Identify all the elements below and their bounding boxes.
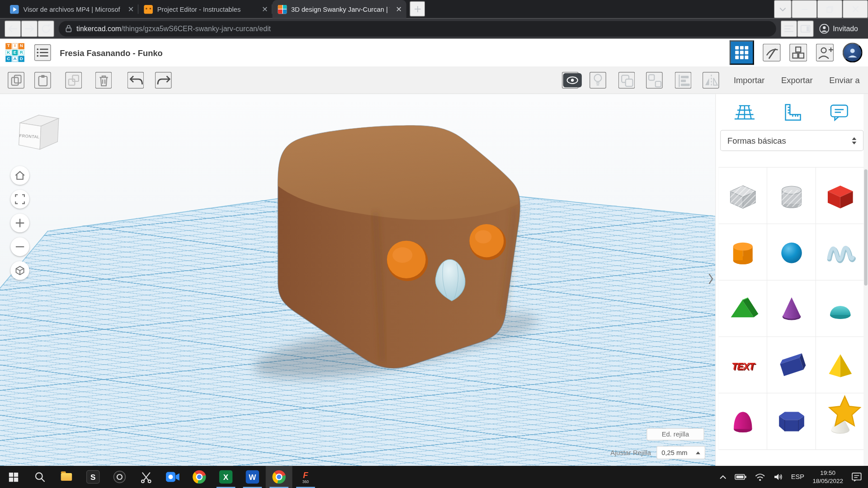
paste-icon[interactable] bbox=[34, 72, 51, 89]
reload-icon[interactable] bbox=[38, 20, 54, 37]
tab-mp4-viewer[interactable]: Visor de archivos MP4 | Microsof bbox=[5, 0, 138, 18]
shape-pyramid-yellow[interactable] bbox=[816, 337, 864, 393]
pickaxe-icon[interactable] bbox=[763, 44, 780, 61]
reading-list-icon[interactable] bbox=[781, 20, 797, 37]
panel-scrollbar[interactable] bbox=[863, 94, 868, 466]
copy-icon[interactable] bbox=[8, 72, 24, 89]
s-app-icon[interactable]: S bbox=[80, 466, 106, 488]
shape-cylinder-orange[interactable] bbox=[718, 224, 767, 280]
shape-box-red[interactable] bbox=[816, 168, 864, 224]
home-view-button[interactable] bbox=[10, 166, 29, 185]
battery-icon[interactable] bbox=[731, 466, 750, 488]
edit-grid-button[interactable]: Ed. rejilla bbox=[646, 428, 704, 441]
menu-list-icon[interactable] bbox=[34, 44, 51, 61]
shape-paraboloid-magenta[interactable] bbox=[718, 394, 767, 450]
favorite-star-icon[interactable] bbox=[828, 394, 862, 429]
dashboard-grid-button[interactable] bbox=[730, 40, 754, 65]
invite-person-icon[interactable] bbox=[816, 44, 834, 61]
duplicate-icon[interactable] bbox=[65, 72, 82, 89]
shape-cone-purple[interactable] bbox=[767, 281, 816, 337]
undo-icon[interactable] bbox=[127, 72, 144, 89]
view-cube[interactable]: FRONTAL bbox=[11, 108, 66, 156]
notes-tool-icon[interactable] bbox=[827, 101, 851, 123]
chrome-icon[interactable] bbox=[186, 466, 212, 488]
close-window-button[interactable] bbox=[843, 0, 868, 18]
profile-label: Invitado bbox=[833, 24, 858, 33]
left-eye-highlight bbox=[392, 247, 412, 263]
tab-search-chevron-icon[interactable] bbox=[774, 0, 792, 18]
shape-scribble[interactable] bbox=[816, 224, 864, 280]
shape-wedge-blue[interactable] bbox=[767, 337, 816, 393]
tab-close-icon[interactable] bbox=[260, 5, 269, 14]
clock[interactable]: 19:50 18/05/2022 bbox=[808, 466, 848, 488]
browser-profile-chip[interactable]: Invitado bbox=[814, 21, 864, 36]
zoom-out-button[interactable] bbox=[10, 237, 29, 256]
logo-tile: I bbox=[12, 43, 18, 49]
ungroup-icon[interactable] bbox=[646, 72, 663, 89]
view-eye-button[interactable] bbox=[562, 72, 579, 89]
workplane-tool-icon[interactable] bbox=[732, 101, 757, 123]
side-panel-icon[interactable] bbox=[797, 20, 814, 37]
viewport-controls bbox=[10, 166, 29, 280]
panel-collapse-chevron-icon[interactable] bbox=[706, 270, 715, 288]
send-to-button[interactable]: Enviar a bbox=[829, 75, 859, 85]
redo-icon[interactable] bbox=[155, 72, 172, 89]
import-button[interactable]: Importar bbox=[734, 75, 764, 85]
new-tab-button[interactable] bbox=[410, 1, 425, 16]
restore-button[interactable] bbox=[817, 0, 842, 18]
lightbulb-icon[interactable] bbox=[590, 72, 607, 89]
tray-chevron-up-icon[interactable] bbox=[715, 466, 731, 488]
scrollbar-thumb[interactable] bbox=[864, 169, 867, 286]
align-icon[interactable] bbox=[675, 72, 692, 89]
tab-instructables[interactable]: Project Editor - Instructables bbox=[138, 0, 272, 18]
shape-box-transparent[interactable] bbox=[718, 168, 767, 224]
zoom-in-button[interactable] bbox=[10, 214, 29, 233]
funko-head-model[interactable] bbox=[278, 126, 520, 368]
tab-close-icon[interactable] bbox=[126, 5, 135, 14]
shape-roof-green[interactable] bbox=[718, 281, 767, 337]
shape-soft-cone-white[interactable] bbox=[816, 394, 864, 450]
wifi-icon[interactable] bbox=[750, 466, 769, 488]
word-icon[interactable]: W bbox=[239, 466, 266, 488]
fit-view-button[interactable] bbox=[10, 190, 29, 209]
shape-cylinder-transparent[interactable] bbox=[767, 168, 816, 224]
delete-trash-icon[interactable] bbox=[95, 72, 112, 89]
minimize-button[interactable] bbox=[792, 0, 817, 18]
file-explorer-icon[interactable] bbox=[53, 466, 80, 488]
action-center-icon[interactable] bbox=[848, 466, 866, 488]
camera-app-icon[interactable] bbox=[160, 466, 186, 488]
logo-tile: T bbox=[5, 43, 11, 49]
tab-close-icon[interactable] bbox=[394, 5, 403, 14]
forward-icon[interactable] bbox=[21, 20, 38, 37]
design-title[interactable]: Fresia Fasanando - Funko bbox=[60, 48, 163, 57]
snap-grid-value: 0,25 mm bbox=[661, 449, 687, 456]
excel-icon[interactable]: X bbox=[212, 466, 239, 488]
tinkercad-logo[interactable]: T I N K E R C A D bbox=[5, 43, 24, 62]
3d-canvas[interactable]: FRONTAL Ed. rejilla Ajustar Rejilla 0,25… bbox=[0, 94, 715, 466]
url-bar[interactable]: tinkercad.com/things/gzxa5wS6CER-swanky-… bbox=[59, 21, 776, 36]
shape-category-dropdown[interactable]: Formas básicas bbox=[720, 130, 863, 151]
fusion360-icon[interactable]: F360 bbox=[292, 466, 319, 488]
snipping-tool-icon[interactable] bbox=[133, 466, 160, 488]
shape-text[interactable]: TEXT TEXT bbox=[718, 337, 767, 393]
chrome-active-icon[interactable] bbox=[266, 466, 292, 488]
account-avatar[interactable] bbox=[843, 42, 863, 62]
orthographic-view-button[interactable] bbox=[10, 261, 29, 280]
mirror-icon[interactable] bbox=[703, 72, 719, 89]
shape-hexagonal-prism-blue[interactable] bbox=[767, 394, 816, 450]
shape-half-sphere-teal[interactable] bbox=[816, 281, 864, 337]
tab-tinkercad-active[interactable]: 3D design Swanky Jarv-Curcan | T bbox=[272, 0, 406, 18]
blocks-icon[interactable] bbox=[789, 44, 807, 61]
back-icon[interactable] bbox=[5, 20, 21, 37]
language-indicator[interactable]: ESP bbox=[787, 466, 808, 488]
taskbar-search-icon[interactable] bbox=[27, 466, 53, 488]
lens-app-icon[interactable] bbox=[106, 466, 133, 488]
editor-toolbar: Importar Exportar Enviar a bbox=[0, 66, 868, 94]
start-button[interactable] bbox=[0, 466, 27, 488]
export-button[interactable]: Exportar bbox=[781, 75, 812, 85]
snap-grid-select[interactable]: 0,25 mm bbox=[656, 446, 705, 459]
volume-icon[interactable] bbox=[769, 466, 787, 488]
shape-sphere-blue[interactable] bbox=[767, 224, 816, 280]
group-icon[interactable] bbox=[618, 72, 635, 89]
ruler-tool-icon[interactable] bbox=[780, 101, 804, 123]
